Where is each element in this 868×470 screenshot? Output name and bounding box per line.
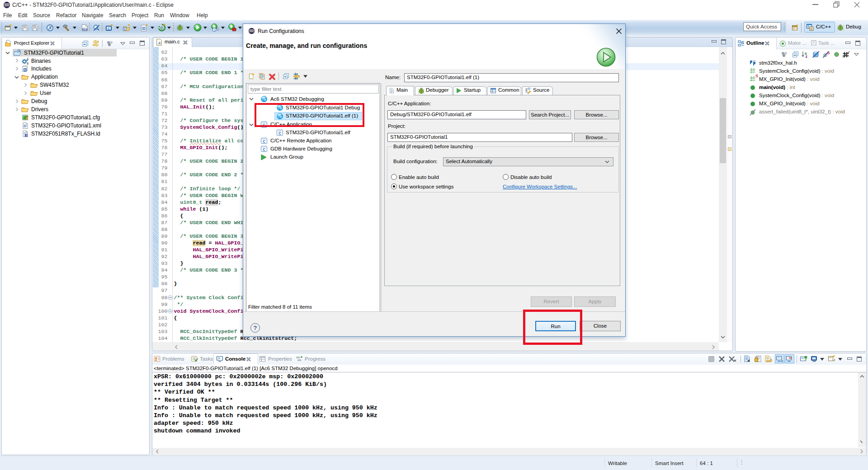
svg-text:.c: .c <box>157 41 161 45</box>
svg-text:z: z <box>806 54 808 58</box>
svg-text:C: C <box>108 27 110 31</box>
svg-text:C: C <box>124 28 126 30</box>
svg-text:C: C <box>143 27 145 30</box>
svg-text:C: C <box>160 26 164 30</box>
svg-text:010: 010 <box>82 28 88 32</box>
svg-text:C: C <box>811 28 813 30</box>
